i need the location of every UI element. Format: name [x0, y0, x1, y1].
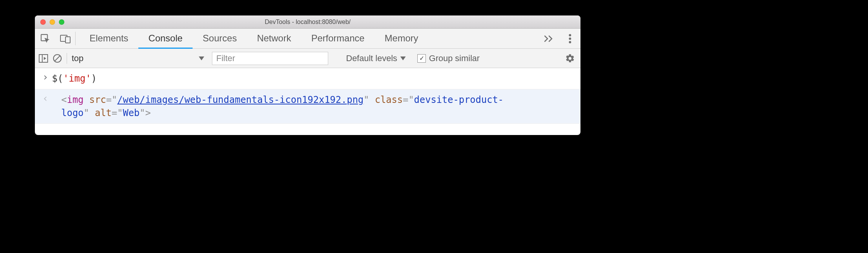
- svg-line-9: [55, 56, 60, 61]
- tab-network[interactable]: Network: [247, 29, 301, 49]
- console-output: $('img') <img src="/web/images/web-funda…: [35, 68, 580, 124]
- levels-select[interactable]: Default levels: [346, 53, 406, 63]
- input-caret-icon: [39, 72, 52, 84]
- console-output-code: <img src="/web/images/web-fundamentals-i…: [52, 93, 525, 120]
- filter-input[interactable]: Filter: [212, 52, 328, 65]
- console-settings-button[interactable]: [565, 53, 575, 63]
- divider: [67, 53, 67, 64]
- context-label: top: [72, 53, 84, 63]
- kebab-menu-button[interactable]: [560, 34, 580, 44]
- toggle-sidebar-button[interactable]: [39, 54, 48, 63]
- console-toolbar: top Filter Default levels ✓ Group simila…: [35, 49, 580, 68]
- chevron-down-icon: [199, 56, 204, 60]
- tab-bar: Elements Console Sources Network Perform…: [35, 29, 580, 49]
- tab-sources[interactable]: Sources: [193, 29, 247, 49]
- tab-performance[interactable]: Performance: [301, 29, 374, 49]
- maximize-icon[interactable]: [59, 19, 64, 25]
- svg-rect-6: [39, 55, 48, 62]
- svg-point-5: [569, 41, 571, 43]
- console-input-row[interactable]: $('img'): [35, 68, 580, 89]
- window-title: DevTools - localhost:8080/web/: [35, 19, 580, 26]
- minimize-icon[interactable]: [50, 19, 55, 25]
- console-input-code: $('img'): [52, 72, 97, 85]
- more-tabs-button[interactable]: [538, 35, 559, 43]
- group-similar-label: Group similar: [429, 53, 480, 63]
- tab-console[interactable]: Console: [138, 29, 193, 49]
- checkbox-icon: ✓: [417, 54, 426, 63]
- devtools-window: DevTools - localhost:8080/web/ Elements …: [35, 15, 580, 135]
- console-output-row[interactable]: <img src="/web/images/web-fundamentals-i…: [35, 89, 580, 124]
- toggle-device-button[interactable]: [56, 29, 75, 48]
- tabs: Elements Console Sources Network Perform…: [76, 29, 538, 48]
- filter-placeholder: Filter: [216, 53, 235, 63]
- svg-point-4: [569, 38, 571, 40]
- traffic-lights: [35, 19, 64, 25]
- chevron-down-icon: [400, 56, 406, 60]
- close-icon[interactable]: [40, 19, 46, 25]
- inspect-element-button[interactable]: [35, 29, 56, 48]
- svg-rect-2: [65, 37, 70, 43]
- group-similar-checkbox[interactable]: ✓ Group similar: [417, 53, 480, 63]
- titlebar: DevTools - localhost:8080/web/: [35, 15, 580, 29]
- output-caret-icon: [39, 93, 52, 105]
- clear-console-button[interactable]: [53, 54, 62, 63]
- svg-point-3: [569, 34, 571, 36]
- tab-elements[interactable]: Elements: [79, 29, 138, 49]
- levels-label: Default levels: [346, 53, 397, 63]
- context-select[interactable]: top: [72, 53, 207, 63]
- tab-memory[interactable]: Memory: [375, 29, 429, 49]
